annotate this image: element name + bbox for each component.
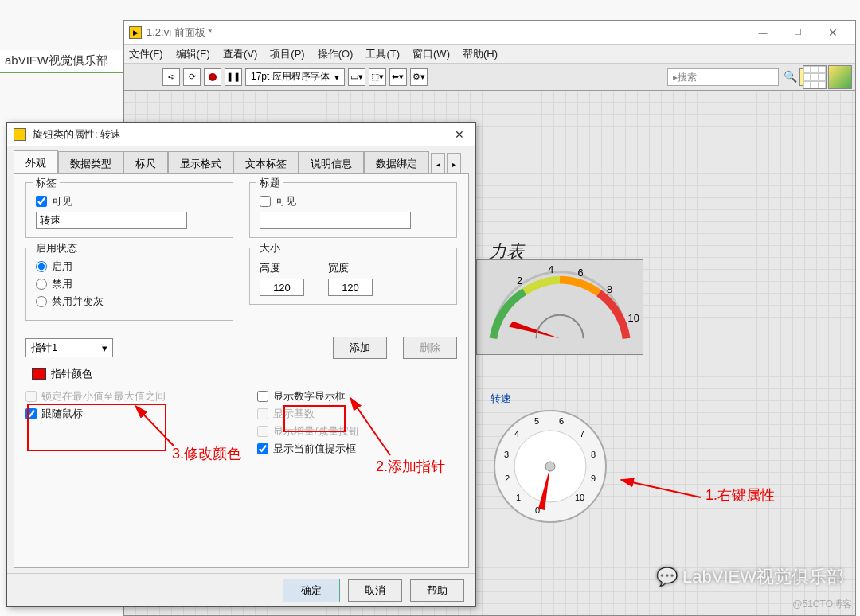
menu-help[interactable]: 帮助(H): [463, 47, 498, 61]
svg-text:2: 2: [517, 275, 522, 287]
enable-radio-grayed[interactable]: 禁用并变灰: [36, 294, 223, 309]
menu-tools[interactable]: 工具(T): [366, 47, 400, 61]
connector-pane: [803, 65, 852, 89]
svg-point-20: [545, 462, 555, 471]
properties-dialog: 旋钮类的属性: 转速 ✕ 外观 数据类型 标尺 显示格式 文本标签 说明信息 数…: [6, 122, 476, 607]
watermark-text: @51CTO博客: [792, 598, 852, 611]
svg-text:8: 8: [591, 450, 596, 459]
vi-icon[interactable]: [828, 65, 852, 89]
distribute-button[interactable]: ⬚▾: [369, 68, 386, 86]
menu-edit[interactable]: 编辑(E): [176, 47, 210, 61]
speed-knob[interactable]: 0 1 2 3 4 5 6 7 8 9 10: [491, 407, 610, 526]
width-label: 宽度: [328, 261, 373, 275]
connector-grid[interactable]: [803, 65, 827, 89]
svg-text:6: 6: [559, 416, 564, 426]
dialog-title: 旋钮类的属性: 转速: [33, 127, 450, 142]
tab-appearance[interactable]: 外观: [14, 150, 58, 176]
size-legend: 大小: [256, 241, 283, 255]
chevron-down-icon: ▾: [102, 342, 108, 354]
abort-button[interactable]: [204, 68, 221, 86]
dialog-tabs: 外观 数据类型 标尺 显示格式 文本标签 说明信息 数据绑定 ◂ ▸: [7, 146, 475, 175]
svg-text:6: 6: [578, 267, 584, 279]
title-fieldset: 标题 可见: [249, 182, 457, 238]
lock-range-checkbox: 锁定在最小值至最大值之间: [25, 389, 225, 404]
label-legend: 标签: [33, 176, 60, 190]
pointer-color-swatch[interactable]: [32, 368, 46, 380]
close-button[interactable]: ✕: [815, 21, 850, 44]
pointer-color-row[interactable]: 指针颜色: [32, 367, 457, 381]
dialog-titlebar: 旋钮类的属性: 转速 ✕: [7, 123, 475, 146]
add-pointer-button[interactable]: 添加: [333, 337, 387, 359]
maximize-button[interactable]: ☐: [780, 21, 815, 44]
dialog-body: 标签 可见 启用状态 启用 禁用 禁用并变灰 标题 可见 大: [14, 173, 469, 568]
labview-icon: [14, 128, 26, 141]
pressure-gauge[interactable]: 2 4 6 8 10: [476, 259, 643, 355]
label-fieldset: 标签 可见: [25, 182, 233, 238]
height-input[interactable]: [260, 279, 304, 296]
show-digital-checkbox[interactable]: 显示数字显示框: [257, 389, 457, 404]
reorder-button[interactable]: ⚙▾: [410, 68, 428, 86]
show-incdec-checkbox: 显示增量/减量按钮: [257, 424, 457, 439]
toolbar: ➪ ⟳ ❚❚ 17pt 应用程序字体▾ ▭▾ ⬚▾ ⬌▾ ⚙▾ ▸ 搜索 🔍 ?: [124, 64, 855, 91]
pointer-select[interactable]: 指针1▾: [25, 338, 113, 357]
menu-project[interactable]: 项目(P): [270, 47, 304, 61]
align-button[interactable]: ▭▾: [348, 68, 366, 86]
tab-format[interactable]: 显示格式: [168, 151, 233, 176]
font-selector[interactable]: 17pt 应用程序字体▾: [245, 68, 345, 86]
svg-text:1: 1: [516, 493, 521, 502]
enable-radio-enabled[interactable]: 启用: [36, 259, 223, 274]
show-currentval-checkbox[interactable]: 显示当前值提示框: [257, 442, 457, 456]
tab-scale[interactable]: 标尺: [123, 151, 168, 176]
resize-button[interactable]: ⬌▾: [389, 68, 407, 86]
cancel-button[interactable]: 取消: [348, 579, 402, 602]
background-tab: abVIEW视觉俱乐部: [0, 50, 123, 73]
search-input[interactable]: ▸ 搜索: [667, 68, 779, 86]
enable-legend: 启用状态: [33, 241, 80, 255]
enable-radio-disabled[interactable]: 禁用: [36, 277, 223, 291]
labview-icon: ▶: [129, 26, 142, 39]
menu-operate[interactable]: 操作(O): [318, 47, 354, 61]
ok-button[interactable]: 确定: [283, 579, 340, 602]
dialog-footer: 确定 取消 帮助: [7, 573, 475, 606]
menu-file[interactable]: 文件(F): [129, 47, 163, 61]
pointer-color-label: 指针颜色: [51, 367, 92, 381]
menu-bar: 文件(F) 编辑(E) 查看(V) 项目(P) 操作(O) 工具(T) 窗口(W…: [124, 45, 855, 64]
svg-text:4: 4: [514, 429, 519, 439]
follow-mouse-checkbox[interactable]: 跟随鼠标: [25, 407, 225, 421]
menu-view[interactable]: 查看(V): [223, 47, 257, 61]
svg-text:5: 5: [534, 416, 539, 426]
search-icon[interactable]: 🔍: [784, 70, 798, 84]
title-visible-checkbox[interactable]: 可见: [260, 194, 447, 209]
minimize-button[interactable]: —: [745, 21, 780, 44]
svg-text:10: 10: [575, 493, 584, 502]
enable-fieldset: 启用状态 启用 禁用 禁用并变灰: [25, 248, 233, 321]
help-button[interactable]: 帮助: [410, 579, 464, 602]
knob-speed-label: 转速: [491, 392, 511, 406]
label-text-input[interactable]: [36, 212, 187, 229]
title-legend: 标题: [256, 176, 283, 190]
watermark-logo: 💬 LabVIEW视觉俱乐部: [656, 565, 844, 589]
tab-scroll-right[interactable]: ▸: [447, 153, 461, 175]
svg-text:7: 7: [580, 429, 584, 439]
tab-databinding[interactable]: 数据绑定: [364, 151, 429, 176]
dialog-close-button[interactable]: ✕: [450, 125, 469, 144]
width-input[interactable]: [328, 279, 373, 296]
run-continuously-button[interactable]: ⟳: [183, 68, 201, 86]
pause-button[interactable]: ❚❚: [225, 68, 242, 86]
delete-pointer-button[interactable]: 删除: [403, 337, 457, 359]
window-titlebar: ▶ 1.2.vi 前面板 * — ☐ ✕: [124, 21, 855, 45]
run-button[interactable]: ➪: [162, 68, 180, 86]
svg-text:10: 10: [628, 312, 639, 324]
menu-window[interactable]: 窗口(W): [412, 47, 450, 61]
tab-textlabel[interactable]: 文本标签: [233, 151, 299, 176]
svg-text:2: 2: [505, 474, 510, 483]
tab-description[interactable]: 说明信息: [299, 151, 364, 176]
svg-text:8: 8: [607, 283, 612, 295]
tab-scroll-left[interactable]: ◂: [431, 153, 445, 175]
label-visible-checkbox[interactable]: 可见: [36, 194, 223, 209]
height-label: 高度: [260, 261, 304, 275]
title-text-input[interactable]: [260, 212, 411, 229]
tab-datatype[interactable]: 数据类型: [58, 151, 123, 176]
window-title: 1.2.vi 前面板 *: [147, 25, 745, 40]
svg-marker-5: [509, 322, 560, 339]
